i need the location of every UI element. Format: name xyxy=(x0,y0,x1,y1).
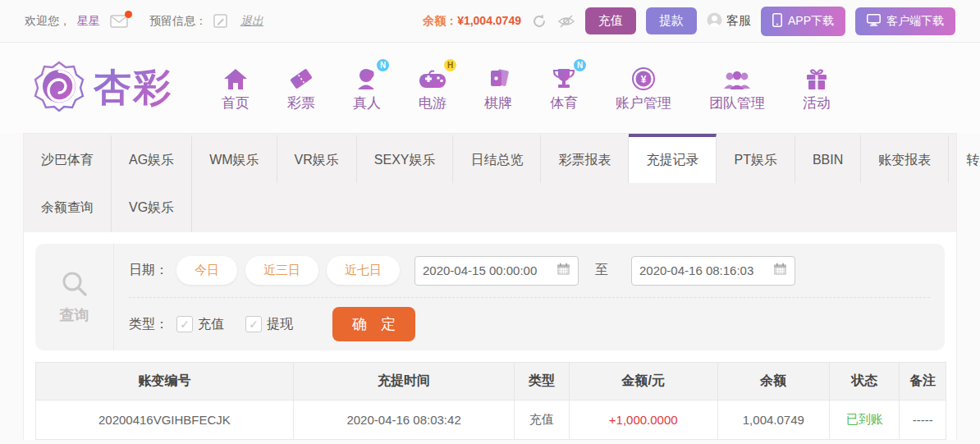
confirm-button[interactable]: 确 定 xyxy=(332,307,415,341)
cell-type: 充值 xyxy=(515,401,570,440)
tab-row-2: 余额查询 VG娱乐 xyxy=(24,183,956,232)
refresh-icon[interactable] xyxy=(531,13,547,30)
cell-time: 2020-04-16 08:03:42 xyxy=(293,401,514,440)
table-header-row: 账变编号 充提时间 类型 金额/元 余额 状态 备注 xyxy=(36,363,946,401)
withdraw-checkbox[interactable]: ✓ 提现 xyxy=(245,316,293,333)
monitor-icon xyxy=(867,14,881,29)
app-download-label: APP下载 xyxy=(788,14,834,29)
welcome-text: 欢迎您， xyxy=(25,14,71,29)
tab-ag[interactable]: AG娱乐 xyxy=(112,134,192,183)
type-label: 类型： xyxy=(129,316,168,333)
withdraw-button[interactable]: 提款 xyxy=(646,7,697,34)
reserved-info-label: 预留信息： xyxy=(149,14,207,29)
client-download-label: 客户端下载 xyxy=(886,14,944,29)
header: 杏彩 首页 彩票 N 真人 H 电游 xyxy=(0,43,980,133)
username-link[interactable]: 星星 xyxy=(77,14,100,29)
calendar-icon xyxy=(773,263,787,278)
tab-transfer-report[interactable]: 转账报表 xyxy=(949,134,980,183)
col-header-type: 类型 xyxy=(515,363,570,401)
nav-item-lottery[interactable]: 彩票 xyxy=(287,64,315,112)
quick-today-button[interactable]: 今日 xyxy=(176,256,237,285)
col-header-time: 充提时间 xyxy=(293,363,514,401)
client-download-button[interactable]: 客户端下载 xyxy=(855,7,955,35)
nav-item-home[interactable]: 首页 xyxy=(222,64,250,112)
nav-item-account[interactable]: ¥ 账户管理 xyxy=(616,64,671,112)
brand-name: 杏彩 xyxy=(94,62,172,113)
cards-icon xyxy=(487,64,510,90)
nav-item-live[interactable]: N 真人 xyxy=(353,64,381,112)
tab-vg[interactable]: VG娱乐 xyxy=(112,183,192,232)
new-badge: N xyxy=(574,59,586,71)
col-header-change-id: 账变编号 xyxy=(36,363,294,401)
cell-amount: +1,000.0000 xyxy=(569,401,717,440)
tab-vr[interactable]: VR娱乐 xyxy=(277,134,357,183)
tab-row-1: 沙巴体育 AG娱乐 WM娱乐 VR娱乐 SEXY娱乐 日结总览 彩票报表 充提记… xyxy=(24,134,956,183)
filter-body: 日期： 今日 近三日 近七日 2020-04-15 00:00:00 至 202… xyxy=(114,244,945,350)
topbar: 欢迎您， 星星 预留信息： 退出 余额：¥1,004.0749 充值 提款 客服 xyxy=(0,0,980,43)
nav-item-chess[interactable]: 棋牌 xyxy=(484,64,512,112)
nav-item-promotions[interactable]: 活动 xyxy=(803,64,831,112)
quick-3days-button[interactable]: 近三日 xyxy=(245,256,318,285)
hide-balance-icon[interactable] xyxy=(557,14,575,29)
gift-icon xyxy=(805,64,828,90)
query-label: 查询 xyxy=(60,305,89,325)
tab-sexy[interactable]: SEXY娱乐 xyxy=(357,134,454,183)
cell-change-id: 20200416VGIHBFECJK xyxy=(36,401,294,440)
tab-balance-query[interactable]: 余额查询 xyxy=(24,183,112,232)
service-label: 客服 xyxy=(726,13,751,29)
date-from-input[interactable]: 2020-04-15 00:00:00 xyxy=(414,256,579,286)
nav-item-sports[interactable]: N 体育 xyxy=(550,64,578,112)
topbar-left: 欢迎您， 星星 预留信息： 退出 xyxy=(25,14,263,29)
svg-text:¥: ¥ xyxy=(641,73,647,85)
balance-value: ¥1,004.0749 xyxy=(457,14,521,27)
balance: 余额：¥1,004.0749 xyxy=(423,14,521,29)
main-nav: 首页 彩票 N 真人 H 电游 棋牌 xyxy=(222,64,831,112)
brand-logo[interactable]: 杏彩 xyxy=(33,60,172,116)
nav-item-egames[interactable]: H 电游 xyxy=(419,64,446,112)
tab-account-change-report[interactable]: 账变报表 xyxy=(861,134,949,183)
date-to-input[interactable]: 2020-04-16 08:16:03 xyxy=(631,256,795,286)
balance-label: 余额： xyxy=(423,14,457,27)
filter-type-row: 类型： ✓ 充值 ✓ 提现 确 定 xyxy=(129,297,930,350)
to-label: 至 xyxy=(595,262,608,279)
new-badge: N xyxy=(377,59,389,71)
query-block: 查询 xyxy=(35,244,114,350)
logout-link[interactable]: 退出 xyxy=(240,14,263,29)
trophy-icon: N xyxy=(552,64,576,90)
person-icon: N xyxy=(355,64,379,90)
nav-item-team[interactable]: 团队管理 xyxy=(709,64,765,112)
app-download-button[interactable]: APP下载 xyxy=(761,7,845,36)
col-header-status: 状态 xyxy=(830,363,900,401)
tab-daily-summary[interactable]: 日结总览 xyxy=(453,134,541,183)
service-icon xyxy=(707,12,722,30)
calendar-icon xyxy=(556,263,570,278)
ticket-icon xyxy=(289,64,314,90)
team-icon xyxy=(723,64,751,90)
customer-service[interactable]: 客服 xyxy=(707,12,751,30)
cell-remark: ----- xyxy=(900,401,946,440)
hot-badge: H xyxy=(444,59,456,71)
tab-lottery-report[interactable]: 彩票报表 xyxy=(541,134,629,183)
unread-dot xyxy=(125,11,132,18)
phone-icon xyxy=(772,13,782,30)
cell-balance: 1,004.0749 xyxy=(717,401,829,440)
table-row: 20200416VGIHBFECJK 2020-04-16 08:03:42 充… xyxy=(36,401,946,440)
col-header-balance: 余额 xyxy=(717,363,829,401)
mail-icon[interactable] xyxy=(110,15,128,28)
checkbox-icon: ✓ xyxy=(176,316,193,332)
col-header-remark: 备注 xyxy=(900,363,946,401)
recharge-button[interactable]: 充值 xyxy=(585,7,636,34)
tab-bbin[interactable]: BBIN xyxy=(795,134,861,183)
date-label: 日期： xyxy=(129,262,168,279)
col-header-amount: 金额/元 xyxy=(569,363,717,401)
tab-wm[interactable]: WM娱乐 xyxy=(192,134,277,183)
quick-7days-button[interactable]: 近七日 xyxy=(327,256,400,285)
filter-panel: 查询 日期： 今日 近三日 近七日 2020-04-15 00:00:00 至 … xyxy=(35,244,945,350)
tab-shaba-sports[interactable]: 沙巴体育 xyxy=(24,134,112,183)
report-tabs: 沙巴体育 AG娱乐 WM娱乐 VR娱乐 SEXY娱乐 日结总览 彩票报表 充提记… xyxy=(24,134,956,232)
tab-pt[interactable]: PT娱乐 xyxy=(717,134,795,183)
tab-deposit-withdraw-record[interactable]: 充提记录 xyxy=(629,134,717,183)
search-icon xyxy=(60,269,89,302)
edit-icon[interactable] xyxy=(213,14,227,28)
recharge-checkbox[interactable]: ✓ 充值 xyxy=(176,316,224,333)
